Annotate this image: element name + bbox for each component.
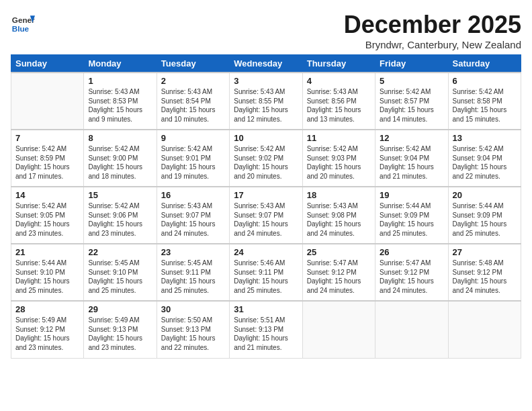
day-number: 19 (380, 190, 443, 200)
calendar-table: SundayMondayTuesdayWednesdayThursdayFrid… (11, 54, 521, 359)
day-info: Sunrise: 5:43 AM Sunset: 8:53 PM Dayligh… (88, 87, 152, 124)
calendar-cell: 23Sunrise: 5:45 AM Sunset: 9:11 PM Dayli… (157, 244, 229, 301)
day-number: 27 (453, 247, 517, 257)
day-number: 21 (15, 247, 79, 257)
calendar-cell (375, 301, 448, 358)
calendar-cell: 5Sunrise: 5:42 AM Sunset: 8:57 PM Daylig… (375, 73, 448, 130)
day-number: 29 (88, 304, 152, 314)
calendar-cell: 13Sunrise: 5:42 AM Sunset: 9:04 PM Dayli… (448, 130, 521, 187)
day-number: 2 (161, 76, 225, 86)
calendar-cell: 1Sunrise: 5:43 AM Sunset: 8:53 PM Daylig… (84, 73, 157, 130)
week-row: 28Sunrise: 5:49 AM Sunset: 9:12 PM Dayli… (11, 301, 521, 358)
calendar-cell: 25Sunrise: 5:47 AM Sunset: 9:12 PM Dayli… (302, 244, 375, 301)
day-info: Sunrise: 5:51 AM Sunset: 9:13 PM Dayligh… (234, 316, 298, 352)
calendar-cell: 15Sunrise: 5:42 AM Sunset: 9:06 PM Dayli… (84, 187, 157, 244)
day-number: 1 (88, 76, 152, 86)
day-info: Sunrise: 5:42 AM Sunset: 9:05 PM Dayligh… (15, 201, 79, 238)
day-info: Sunrise: 5:45 AM Sunset: 9:11 PM Dayligh… (161, 259, 225, 295)
day-info: Sunrise: 5:43 AM Sunset: 8:56 PM Dayligh… (307, 87, 371, 124)
svg-text:Blue: Blue (12, 24, 30, 33)
calendar-cell: 21Sunrise: 5:44 AM Sunset: 9:10 PM Dayli… (11, 244, 84, 301)
day-number: 25 (307, 247, 371, 257)
day-info: Sunrise: 5:42 AM Sunset: 9:04 PM Dayligh… (380, 144, 443, 181)
week-row: 7Sunrise: 5:42 AM Sunset: 8:59 PM Daylig… (11, 130, 521, 187)
calendar-cell: 17Sunrise: 5:43 AM Sunset: 9:07 PM Dayli… (230, 187, 302, 244)
calendar-cell: 4Sunrise: 5:43 AM Sunset: 8:56 PM Daylig… (302, 73, 375, 130)
weekday-header: Saturday (448, 55, 521, 73)
calendar-cell: 22Sunrise: 5:45 AM Sunset: 9:10 PM Dayli… (84, 244, 157, 301)
day-number: 8 (88, 133, 152, 143)
day-info: Sunrise: 5:42 AM Sunset: 9:02 PM Dayligh… (234, 144, 298, 181)
day-number: 28 (15, 304, 79, 314)
day-number: 12 (380, 133, 443, 143)
title-area: December 2025 Bryndwr, Canterbury, New Z… (344, 11, 521, 50)
weekday-header: Monday (84, 55, 157, 73)
day-info: Sunrise: 5:43 AM Sunset: 9:07 PM Dayligh… (234, 201, 298, 238)
day-info: Sunrise: 5:42 AM Sunset: 9:01 PM Dayligh… (161, 144, 225, 181)
day-info: Sunrise: 5:48 AM Sunset: 9:12 PM Dayligh… (453, 259, 517, 295)
day-info: Sunrise: 5:42 AM Sunset: 8:59 PM Dayligh… (15, 144, 79, 181)
day-info: Sunrise: 5:42 AM Sunset: 9:03 PM Dayligh… (307, 144, 371, 181)
day-info: Sunrise: 5:50 AM Sunset: 9:13 PM Dayligh… (161, 316, 225, 352)
calendar-cell: 30Sunrise: 5:50 AM Sunset: 9:13 PM Dayli… (157, 301, 229, 358)
calendar-cell: 18Sunrise: 5:43 AM Sunset: 9:08 PM Dayli… (302, 187, 375, 244)
day-info: Sunrise: 5:42 AM Sunset: 8:57 PM Dayligh… (380, 87, 443, 124)
day-number: 13 (453, 133, 517, 143)
day-info: Sunrise: 5:47 AM Sunset: 9:12 PM Dayligh… (380, 259, 443, 295)
weekday-header: Thursday (302, 55, 375, 73)
day-number: 31 (234, 304, 298, 314)
day-number: 18 (307, 190, 371, 200)
day-number: 10 (234, 133, 298, 143)
calendar-cell: 24Sunrise: 5:46 AM Sunset: 9:11 PM Dayli… (230, 244, 302, 301)
calendar-cell: 29Sunrise: 5:49 AM Sunset: 9:13 PM Dayli… (84, 301, 157, 358)
day-info: Sunrise: 5:44 AM Sunset: 9:09 PM Dayligh… (453, 201, 517, 238)
calendar-cell: 16Sunrise: 5:43 AM Sunset: 9:07 PM Dayli… (157, 187, 229, 244)
day-number: 16 (161, 190, 225, 200)
day-info: Sunrise: 5:49 AM Sunset: 9:12 PM Dayligh… (15, 316, 79, 352)
calendar-cell: 27Sunrise: 5:48 AM Sunset: 9:12 PM Dayli… (448, 244, 521, 301)
day-number: 15 (88, 190, 152, 200)
weekday-header-row: SundayMondayTuesdayWednesdayThursdayFrid… (11, 55, 521, 73)
calendar-cell: 3Sunrise: 5:43 AM Sunset: 8:55 PM Daylig… (230, 73, 302, 130)
day-number: 20 (453, 190, 517, 200)
day-info: Sunrise: 5:42 AM Sunset: 9:04 PM Dayligh… (453, 144, 517, 181)
calendar-cell: 31Sunrise: 5:51 AM Sunset: 9:13 PM Dayli… (230, 301, 302, 358)
day-info: Sunrise: 5:47 AM Sunset: 9:12 PM Dayligh… (307, 259, 371, 295)
calendar-cell: 9Sunrise: 5:42 AM Sunset: 9:01 PM Daylig… (157, 130, 229, 187)
day-info: Sunrise: 5:49 AM Sunset: 9:13 PM Dayligh… (88, 316, 152, 352)
week-row: 14Sunrise: 5:42 AM Sunset: 9:05 PM Dayli… (11, 187, 521, 244)
weekday-header: Sunday (11, 55, 84, 73)
calendar-cell: 26Sunrise: 5:47 AM Sunset: 9:12 PM Dayli… (375, 244, 448, 301)
day-info: Sunrise: 5:43 AM Sunset: 8:55 PM Dayligh… (234, 87, 298, 124)
day-info: Sunrise: 5:45 AM Sunset: 9:10 PM Dayligh… (88, 259, 152, 295)
logo-icon: General Blue (11, 11, 35, 35)
day-number: 5 (380, 76, 443, 86)
day-info: Sunrise: 5:46 AM Sunset: 9:11 PM Dayligh… (234, 259, 298, 295)
day-info: Sunrise: 5:44 AM Sunset: 9:09 PM Dayligh… (380, 201, 443, 238)
weekday-header: Tuesday (157, 55, 229, 73)
day-number: 24 (234, 247, 298, 257)
calendar-cell: 8Sunrise: 5:42 AM Sunset: 9:00 PM Daylig… (84, 130, 157, 187)
calendar-cell (448, 301, 521, 358)
day-info: Sunrise: 5:43 AM Sunset: 9:07 PM Dayligh… (161, 201, 225, 238)
day-info: Sunrise: 5:43 AM Sunset: 9:08 PM Dayligh… (307, 201, 371, 238)
month-title: December 2025 (344, 11, 521, 39)
day-number: 9 (161, 133, 225, 143)
week-row: 1Sunrise: 5:43 AM Sunset: 8:53 PM Daylig… (11, 73, 521, 130)
day-number: 4 (307, 76, 371, 86)
week-row: 21Sunrise: 5:44 AM Sunset: 9:10 PM Dayli… (11, 244, 521, 301)
calendar-cell: 7Sunrise: 5:42 AM Sunset: 8:59 PM Daylig… (11, 130, 84, 187)
day-number: 23 (161, 247, 225, 257)
calendar-cell: 11Sunrise: 5:42 AM Sunset: 9:03 PM Dayli… (302, 130, 375, 187)
calendar-cell: 20Sunrise: 5:44 AM Sunset: 9:09 PM Dayli… (448, 187, 521, 244)
day-number: 22 (88, 247, 152, 257)
calendar-cell (11, 73, 84, 130)
calendar-cell: 10Sunrise: 5:42 AM Sunset: 9:02 PM Dayli… (230, 130, 302, 187)
weekday-header: Friday (375, 55, 448, 73)
day-number: 26 (380, 247, 443, 257)
day-info: Sunrise: 5:42 AM Sunset: 8:58 PM Dayligh… (453, 87, 517, 124)
logo: General Blue (11, 11, 38, 35)
day-number: 7 (15, 133, 79, 143)
day-info: Sunrise: 5:44 AM Sunset: 9:10 PM Dayligh… (15, 259, 79, 295)
day-number: 17 (234, 190, 298, 200)
